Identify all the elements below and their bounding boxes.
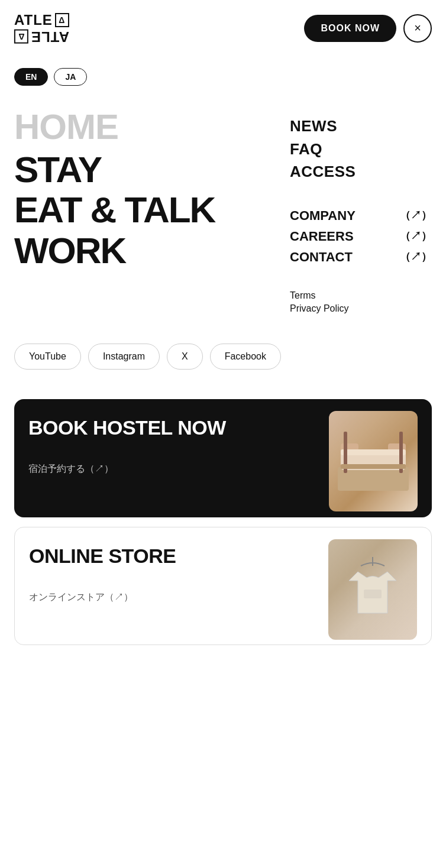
- careers-arrow-icon: （↗）: [400, 228, 432, 244]
- cta-section: BOOK HOSTEL NOW 宿泊予約する（↗）: [0, 387, 446, 657]
- facebook-button[interactable]: Facebook: [210, 344, 281, 370]
- nav-bottom-section: Terms Privacy Policy: [290, 290, 432, 314]
- store-card-content: ONLINE STORE オンラインストア（↗）: [29, 545, 417, 603]
- lang-ja-button[interactable]: JA: [54, 68, 87, 86]
- x-button[interactable]: X: [167, 344, 203, 370]
- contact-arrow-icon: （↗）: [400, 249, 432, 265]
- instagram-button[interactable]: Instagram: [88, 344, 160, 370]
- nav-eat-talk-link[interactable]: EAT & TALK: [14, 190, 278, 230]
- online-store-card[interactable]: ONLINE STORE オンラインストア（↗）: [14, 527, 432, 645]
- nav-right: NEWS FAQ ACCESS COMPANY （↗） CAREERS （↗） …: [290, 109, 432, 314]
- social-links-section: YouTube Instagram X Facebook: [0, 326, 446, 387]
- nav-stay-link[interactable]: STAY: [14, 150, 278, 190]
- company-arrow-icon: （↗）: [400, 208, 432, 224]
- nav-faq-link[interactable]: FAQ: [290, 138, 432, 160]
- nav-home-label[interactable]: HOME: [14, 109, 278, 145]
- store-card-title: ONLINE STORE: [29, 545, 417, 567]
- nav-careers-link[interactable]: CAREERS （↗）: [290, 226, 432, 246]
- header-actions: BOOK NOW ×: [304, 14, 432, 43]
- nav-news-link[interactable]: NEWS: [290, 115, 432, 137]
- nav-access-link[interactable]: ACCESS: [290, 161, 432, 182]
- nav-left: HOME STAY EAT & TALK WORK: [14, 109, 278, 314]
- hostel-card-title: BOOK HOSTEL NOW: [28, 417, 418, 439]
- lang-en-button[interactable]: EN: [14, 68, 48, 86]
- nav-middle-section: COMPANY （↗） CAREERS （↗） CONTACT （↗）: [290, 206, 432, 267]
- hostel-booking-card[interactable]: BOOK HOSTEL NOW 宿泊予約する（↗）: [14, 399, 432, 517]
- language-switcher: EN JA: [0, 56, 446, 92]
- book-now-button[interactable]: BOOK NOW: [304, 15, 396, 42]
- nav-top-section: NEWS FAQ ACCESS: [290, 115, 432, 182]
- nav-terms-link[interactable]: Terms: [290, 290, 432, 301]
- main-nav-area: HOME STAY EAT & TALK WORK NEWS FAQ ACCES…: [0, 92, 446, 326]
- nav-main-items: STAY EAT & TALK WORK: [14, 150, 278, 271]
- nav-privacy-link[interactable]: Privacy Policy: [290, 303, 432, 314]
- hostel-card-content: BOOK HOSTEL NOW 宿泊予約する（↗）: [28, 417, 418, 475]
- nav-contact-link[interactable]: CONTACT （↗）: [290, 247, 432, 267]
- nav-company-label: COMPANY: [290, 206, 355, 225]
- site-header: ATLE Δ ATLE Δ BOOK NOW ×: [0, 0, 446, 56]
- store-card-subtitle: オンラインストア（↗）: [29, 591, 417, 604]
- site-logo[interactable]: ATLE Δ ATLE Δ: [14, 12, 69, 44]
- hostel-card-subtitle: 宿泊予約する（↗）: [28, 463, 418, 475]
- logo-display: ATLE Δ ATLE Δ: [14, 12, 69, 44]
- nav-company-link[interactable]: COMPANY （↗）: [290, 206, 432, 225]
- nav-careers-label: CAREERS: [290, 226, 354, 246]
- nav-contact-label: CONTACT: [290, 247, 353, 267]
- nav-work-link[interactable]: WORK: [14, 231, 278, 271]
- close-menu-button[interactable]: ×: [403, 14, 432, 43]
- youtube-button[interactable]: YouTube: [14, 344, 81, 370]
